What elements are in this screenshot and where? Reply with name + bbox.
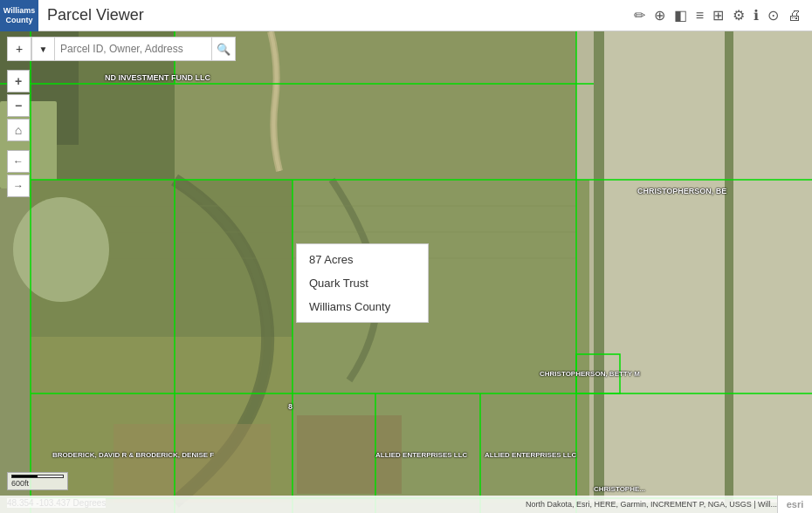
print-icon[interactable]: 🖨 <box>786 6 803 25</box>
svg-rect-17 <box>297 415 402 494</box>
info-icon[interactable]: ℹ <box>752 5 760 25</box>
toolbar: ✏ ⊕ ◧ ≡ ⊞ ⚙ ℹ ⊙ 🖨 <box>632 5 803 25</box>
grid-icon[interactable]: ⊞ <box>711 5 726 25</box>
svg-rect-9 <box>725 31 733 503</box>
map-background: ND INVESTMENT FUND LLC CHRISTOPHERSON, B… <box>0 31 812 513</box>
map-navigation: + − ⌂ ← → <box>7 70 30 197</box>
search-button[interactable]: 🔍 <box>211 37 236 61</box>
layers-icon[interactable]: ◧ <box>672 5 689 25</box>
scale-bar-graphic <box>11 475 64 478</box>
dropdown-button[interactable]: ▼ <box>31 37 54 61</box>
zoom-in-button[interactable]: + <box>7 70 30 92</box>
svg-point-16 <box>13 197 109 302</box>
scale-label: 600ft <box>11 479 29 488</box>
searchbar: + ▼ 🔍 <box>7 37 236 61</box>
logo: Williams County <box>0 0 38 31</box>
forward-button[interactable]: → <box>7 174 30 197</box>
plus-button[interactable]: + <box>7 37 31 61</box>
locate-icon[interactable]: ⊙ <box>766 5 781 25</box>
edit-icon[interactable]: ✏ <box>632 5 647 25</box>
attribution-text: North Dakota, Esri, HERE, Garmin, INCREM… <box>526 500 777 509</box>
aerial-imagery <box>0 31 812 513</box>
globe-icon[interactable]: ⊕ <box>652 5 667 25</box>
app-title: Parcel Viewer <box>47 6 632 24</box>
svg-rect-18 <box>114 424 271 503</box>
list-icon[interactable]: ≡ <box>694 6 705 25</box>
share-icon[interactable]: ⚙ <box>731 5 747 25</box>
back-button[interactable]: ← <box>7 150 30 173</box>
search-input[interactable] <box>54 37 211 61</box>
svg-rect-8 <box>594 31 604 503</box>
zoom-out-button[interactable]: − <box>7 94 30 117</box>
map[interactable]: ND INVESTMENT FUND LLC CHRISTOPHERSON, B… <box>0 31 812 513</box>
logo-text: Williams County <box>3 6 35 25</box>
scale-bar: 600ft <box>7 472 68 490</box>
attribution-bar: North Dakota, Esri, HERE, Garmin, INCREM… <box>0 496 812 513</box>
header: Williams County Parcel Viewer ✏ ⊕ ◧ ≡ ⊞ … <box>0 0 812 31</box>
home-button[interactable]: ⌂ <box>7 119 30 141</box>
esri-logo: esri <box>777 496 812 513</box>
svg-rect-7 <box>594 31 812 503</box>
